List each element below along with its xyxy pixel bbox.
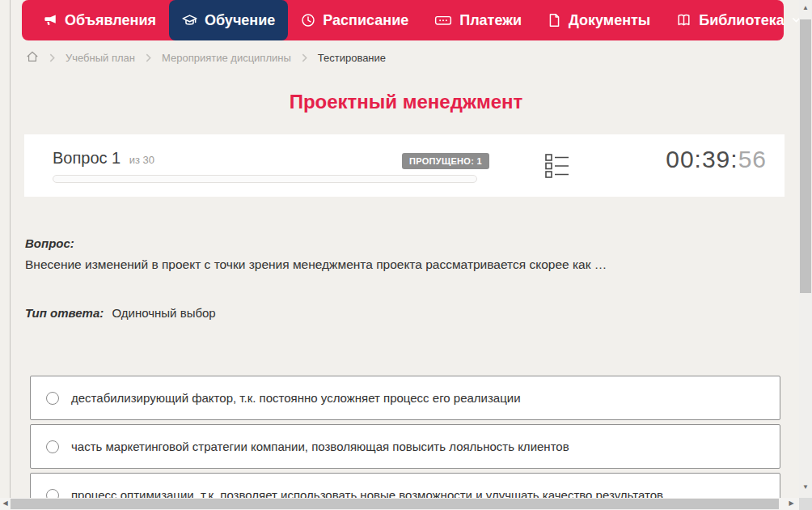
skipped-badge: ПРОПУЩЕНО: 1 [402,153,489,169]
question-text: Внесение изменений в проект с точки зрен… [25,257,753,272]
nav-item-library[interactable]: Библиотека [663,0,812,40]
answer-option[interactable]: часть маркетинговой стратегии компании, … [30,424,780,469]
nav-item-learning[interactable]: Обучение [169,0,288,40]
question-heading: Вопрос: [25,236,74,250]
scroll-up-icon[interactable]: ▲ [799,2,812,15]
breadcrumb-item-testing: Тестирование [318,52,386,64]
horizontal-scrollbar[interactable]: ◀ ▶ [0,498,799,510]
nav-item-label: Объявления [65,12,156,29]
nav-item-label: Обучение [205,12,275,29]
answer-option-label: дестабилизирующий фактор, т.к. постоянно… [71,391,521,405]
answer-type-label: Тип ответа: [25,306,104,320]
scroll-left-icon[interactable]: ◀ [0,497,11,510]
page-title: Проектный менеджмент [0,91,812,113]
breadcrumb-item-discipline-event[interactable]: Мероприятие дисциплины [162,52,291,64]
timer-hours-minutes: 00:39: [666,146,738,172]
radio-button-icon[interactable] [46,440,59,453]
clock-icon [301,13,315,28]
breadcrumb: Учебный план Мероприятие дисциплины Тест… [26,50,386,66]
question-of-total: из 30 [129,154,154,166]
main-nav: Объявления Обучение Расписание Платежи Д… [22,0,784,40]
scroll-right-icon[interactable]: ▶ [786,497,797,510]
answer-options: дестабилизирующий фактор, т.к. постоянно… [30,376,780,510]
question-progress-bar [53,175,477,183]
question-number: Вопрос 1 [53,149,121,167]
scrollbar-corner [799,498,812,510]
timer: 00:39:56 [666,146,767,173]
nav-item-schedule[interactable]: Расписание [288,0,421,40]
vertical-scrollbar[interactable]: ▲ ▼ [799,0,812,498]
chevron-right-icon [302,53,307,62]
graduation-cap-icon [182,13,197,28]
nav-item-label: Расписание [323,12,408,29]
nav-item-label: Платежи [459,12,522,29]
page: Объявления Обучение Расписание Платежи Д… [0,0,812,510]
answer-option[interactable]: дестабилизирующий фактор, т.к. постоянно… [30,376,780,420]
chevron-right-icon [49,53,55,62]
chevron-right-icon [146,53,151,62]
home-icon[interactable] [26,50,39,66]
document-icon [548,13,561,28]
timer-seconds: 56 [738,146,767,172]
vertical-scrollbar-thumb[interactable] [800,19,811,293]
question-number-row: Вопрос 1 из 30 [53,149,154,168]
content-left-divider [10,0,11,498]
scroll-down-icon[interactable]: ▼ [799,481,812,494]
nav-item-announcements[interactable]: Объявления [30,0,169,40]
breadcrumb-item-curriculum[interactable]: Учебный план [66,52,135,64]
nav-item-label: Библиотека [699,12,785,29]
nav-item-payments[interactable]: Платежи [421,0,535,40]
question-list-icon[interactable] [543,152,571,180]
answer-type-value: Одиночный выбор [112,306,215,320]
open-book-icon [676,13,691,28]
horizontal-scrollbar-thumb[interactable] [11,499,779,509]
answer-option-label: часть маркетинговой стратегии компании, … [71,440,569,453]
nav-item-documents[interactable]: Документы [535,0,663,40]
banknote-icon [434,13,452,28]
radio-button-icon[interactable] [46,392,59,405]
question-header-panel: Вопрос 1 из 30 ПРОПУЩЕНО: 1 00:39:56 [24,134,785,197]
answer-type-row: Тип ответа: Одиночный выбор [25,306,216,320]
nav-item-label: Документы [569,12,650,29]
megaphone-icon [43,13,57,28]
